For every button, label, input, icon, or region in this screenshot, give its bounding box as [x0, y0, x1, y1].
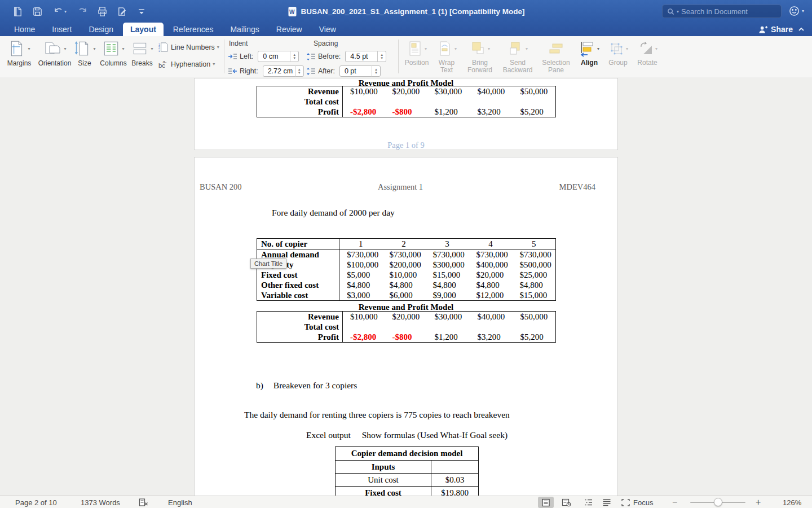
word-count-status[interactable]: 1373 Words	[81, 496, 120, 508]
outline-view-button[interactable]	[581, 497, 597, 508]
table-cell: $500,000	[513, 260, 556, 270]
position-button[interactable]: ▾ Position	[401, 38, 432, 67]
position-caret-icon: ▾	[425, 46, 427, 51]
table-cell: $25,000	[513, 270, 556, 280]
table-cell	[343, 322, 385, 332]
spacing-before-field[interactable]: 4.5 pt ▲▼	[345, 51, 386, 62]
breaks-button[interactable]: ▾ Breaks	[129, 38, 156, 67]
tab-layout[interactable]: Layout	[123, 23, 164, 36]
page-number-status[interactable]: Page 2 of 10	[15, 496, 57, 508]
table-cell: $9,000	[426, 290, 469, 301]
orientation-caret-icon: ▾	[64, 46, 66, 51]
indent-left-field[interactable]: 0 cm ▲▼	[258, 51, 299, 62]
table-cell: $6,000	[382, 290, 426, 301]
ribbon-group-divider	[224, 40, 224, 73]
spacing-after-stepper[interactable]: ▲▼	[372, 65, 380, 77]
table-cell	[431, 461, 479, 474]
tab-home[interactable]: Home	[7, 23, 42, 36]
table-header-row: No. of copier12345	[257, 239, 556, 249]
rotate-button[interactable]: ▾ Rotate	[634, 38, 661, 67]
spellcheck-status-button[interactable]	[139, 496, 149, 508]
group-button[interactable]: ▾ Group	[606, 38, 630, 67]
table-cell: Profit	[257, 332, 343, 343]
print-layout-view-button[interactable]	[538, 497, 554, 508]
table-cell: $5,000	[339, 270, 382, 280]
header-assignment: Assignment 1	[378, 182, 423, 192]
zoom-level[interactable]: 126%	[783, 496, 801, 508]
indent-group-title: Indent	[229, 40, 248, 47]
status-bar: Page 2 of 10 1373 Words English Focus	[0, 496, 812, 508]
send-backward-button[interactable]: ▾ Send Backward	[500, 38, 536, 74]
share-button[interactable]: Share	[758, 23, 793, 36]
table-cell: $50,000	[513, 312, 556, 322]
draft-view-button[interactable]	[599, 497, 615, 508]
share-label: Share	[771, 25, 793, 34]
align-button[interactable]: ▾ Align	[576, 38, 602, 67]
wrap-text-label: Wrap Text	[433, 59, 460, 74]
selection-pane-icon	[548, 40, 564, 58]
breaks-caret-icon: ▾	[151, 46, 153, 51]
table-cell: $300,000	[426, 260, 469, 270]
table-cell: Inputs	[336, 461, 431, 474]
tab-review[interactable]: Review	[269, 23, 310, 36]
selection-pane-label: Selection Pane	[539, 59, 573, 74]
window-title: BUSAN_200_2021_S1_Assignment_1 (1) [Comp…	[301, 7, 525, 16]
wrap-text-button[interactable]: ▾ Wrap Text	[433, 38, 460, 74]
tab-mailings[interactable]: Mailings	[223, 23, 266, 36]
send-backward-caret-icon: ▾	[526, 46, 528, 51]
table-cell: -$800	[385, 332, 427, 343]
spacing-after-label: After:	[318, 67, 335, 75]
table-cell: $1,200	[427, 332, 470, 343]
ribbon-group-divider	[398, 40, 399, 73]
svg-text:a-: a-	[163, 59, 167, 64]
tab-design[interactable]: Design	[81, 23, 121, 36]
zoom-out-button[interactable]: −	[672, 496, 677, 508]
tab-insert[interactable]: Insert	[45, 23, 79, 36]
indent-right-field[interactable]: 2.72 cm ▲▼	[263, 65, 304, 77]
table-cell	[343, 97, 385, 107]
table-cell	[427, 322, 470, 332]
table-cell: $730,000	[426, 249, 469, 260]
selection-pane-button[interactable]: Selection Pane	[539, 38, 573, 74]
table-cell: Revenue	[257, 86, 343, 97]
line-numbers-icon: 1 2 3	[158, 42, 169, 52]
zoom-in-button[interactable]: +	[756, 496, 761, 508]
indent-left-icon	[228, 52, 237, 60]
orientation-button[interactable]: ▾ Orientation	[35, 38, 74, 67]
collapse-ribbon-button[interactable]	[797, 25, 805, 33]
web-layout-view-button[interactable]	[558, 497, 574, 508]
svg-text:3: 3	[158, 49, 160, 52]
hyphenation-label: Hyphenation	[171, 60, 210, 68]
item-b-text: Breakeven for 3 copiers	[266, 380, 357, 390]
send-backward-label: Send Backward	[500, 59, 536, 74]
line-numbers-button[interactable]: 1 2 3 Line Numbers ▾	[158, 42, 219, 52]
spacing-before-stepper[interactable]: ▲▼	[377, 51, 386, 62]
line-numbers-caret-icon: ▾	[217, 45, 219, 50]
table-cell: $3,200	[470, 332, 513, 343]
spellcheck-icon	[139, 498, 149, 507]
table-cell: $4,800	[382, 280, 426, 290]
table-cell: 1	[339, 239, 382, 249]
breaks-icon	[131, 40, 149, 58]
tab-view[interactable]: View	[312, 23, 343, 36]
columns-button[interactable]: ▾ Columns	[97, 38, 130, 67]
document-page-1: Revenue and Profit Model Revenue$10,000$…	[194, 78, 618, 150]
orientation-icon	[43, 40, 62, 58]
indent-right-stepper[interactable]: ▲▼	[295, 65, 303, 77]
size-button[interactable]: ▾ Size	[72, 38, 97, 67]
bring-forward-button[interactable]: ▾ Bring Forward	[464, 38, 496, 74]
indent-left-stepper[interactable]: ▲▼	[290, 51, 298, 62]
table-cell: 2	[382, 239, 426, 249]
zoom-slider-thumb[interactable]	[714, 498, 722, 506]
language-status[interactable]: English	[168, 496, 192, 508]
spacing-after-field[interactable]: 0 pt ▲▼	[339, 65, 381, 77]
hyphenation-button[interactable]: bc a- Hyphenation ▾	[158, 59, 215, 69]
focus-mode-button[interactable]: Focus	[621, 496, 653, 508]
tab-references[interactable]: References	[166, 23, 221, 36]
document-canvas[interactable]: Revenue and Profit Model Revenue$10,000$…	[0, 77, 812, 496]
table-cell: $5,200	[513, 332, 556, 343]
margins-button[interactable]: ▾ Margins	[5, 38, 34, 67]
feedback-button[interactable]: ▾	[788, 5, 804, 17]
focus-icon	[621, 499, 630, 506]
search-input[interactable]: ▾ Search in Document	[662, 5, 782, 18]
